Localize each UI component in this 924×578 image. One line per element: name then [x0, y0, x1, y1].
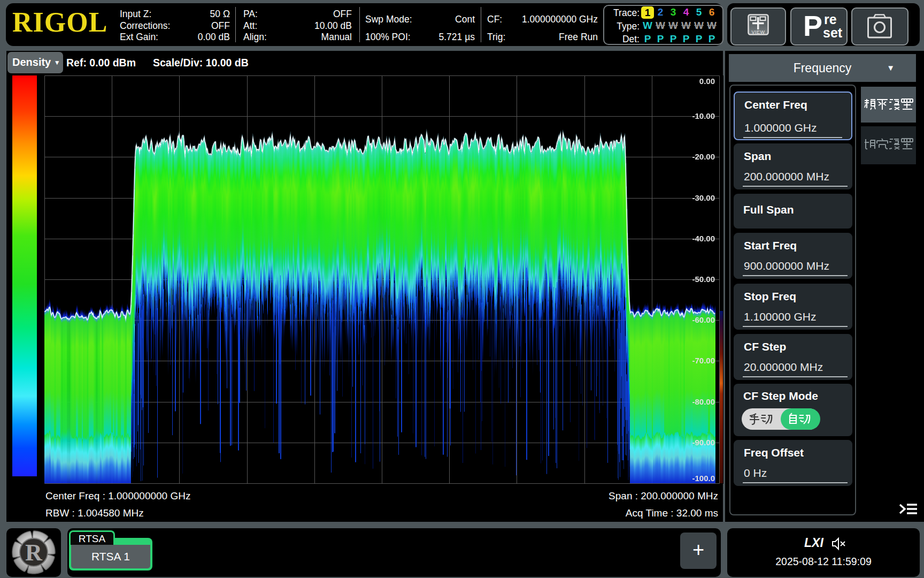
- svg-text:VIEW: VIEW: [751, 29, 765, 35]
- svg-text:R: R: [25, 539, 43, 566]
